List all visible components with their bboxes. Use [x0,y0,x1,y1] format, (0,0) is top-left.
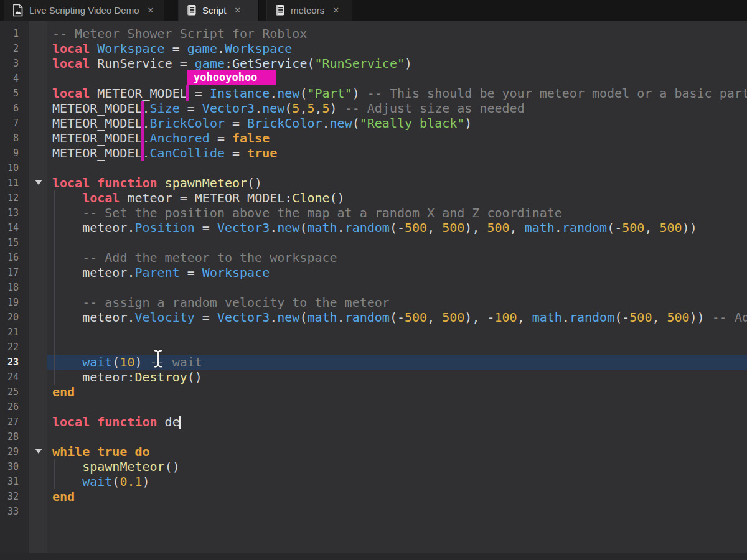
code-token: , [427,220,442,235]
code-line[interactable]: local METEOR_MODEL = Instance.new("Part"… [47,86,747,101]
code-token: meteor. [82,220,134,235]
code-line[interactable]: local meteor = METEOR_MODEL:Clone() [47,190,747,205]
fold-arrow-icon[interactable] [35,180,42,185]
code-line[interactable] [47,235,747,250]
code-token: random [345,220,390,235]
code-token: game [187,41,217,56]
code-token: ( [112,474,120,489]
line-number: 2 [0,41,19,56]
code-line[interactable]: local RunService = game:GetService("RunS… [47,56,747,71]
line-number: 16 [0,250,19,265]
indent [52,250,82,265]
code-line[interactable]: -- Add the meteor to the workspace [47,250,747,265]
code-line[interactable]: meteor.Velocity = Vector3.new(math.rando… [47,310,747,325]
line-number: 5 [0,86,19,101]
tab-script[interactable]: Script✕ [178,0,259,21]
code-token: = [195,220,217,235]
code-line[interactable]: local function spawnMeteor() [47,175,747,190]
code-token: . [337,310,345,325]
code-line[interactable]: meteor.Position = Vector3.new(math.rando… [47,220,747,235]
code-line[interactable] [47,504,747,519]
indent [52,459,82,474]
tab-meteors[interactable]: meteors✕ [266,0,352,21]
code-token: math [307,220,337,235]
code-token: wait [82,474,112,489]
code-line[interactable]: while true do [47,444,747,459]
code-line[interactable]: spawnMeteor() [47,459,747,474]
code-token: random [570,310,614,325]
code-token: Size [150,101,180,116]
code-token: new [277,220,299,235]
code-line[interactable] [47,399,747,414]
code-line[interactable]: local Workspace = game.Workspace [47,41,747,56]
close-tab-icon[interactable]: ✕ [147,6,154,14]
code-token: math [532,310,562,325]
code-line[interactable]: -- Meteor Shower Script for Roblox [47,26,747,41]
code-token: ( [352,116,360,131]
code-token: 500 [442,220,464,235]
code-token: Anchored [150,131,210,146]
code-token: local [52,56,90,71]
code-token: METEOR_MODEL. [52,101,150,116]
code-token: , [644,220,659,235]
code-line[interactable] [47,71,747,86]
code-token: -- Add the meteor to the workspace [82,250,337,265]
code-line[interactable]: METEOR_MODEL.BrickColor = BrickColor.new… [47,116,747,131]
code-token: ), - [464,310,494,325]
code-line[interactable]: meteor.Parent = Workspace [47,265,747,280]
code-token: ( [299,310,307,325]
code-line[interactable] [47,161,747,175]
code-token: ( [112,355,120,370]
code-token: = [180,101,202,116]
line-number: 31 [0,474,19,489]
code-line[interactable]: METEOR_MODEL.Anchored = false [47,131,747,146]
place-icon [12,4,24,17]
tab-label: meteors [291,5,324,16]
code-token: (- [607,220,622,235]
code-token: Clone [292,190,329,205]
indent [52,220,82,235]
code-token: . [270,310,277,325]
code-token: Vector3 [217,310,270,325]
horizontal-scrollbar[interactable] [0,553,747,560]
code-line[interactable] [47,429,747,444]
code-line[interactable]: METEOR_MODEL.CanCollide = true [47,146,747,161]
fold-margin [29,21,47,560]
code-token: 5 [292,101,299,116]
code-token: 0.1 [120,474,142,489]
code-token: , [299,101,307,116]
code-token: meteor. [82,310,134,325]
code-token [157,175,165,190]
code-token: ) [134,355,149,370]
line-number: 12 [0,190,19,205]
code-line[interactable]: local function de [47,414,747,429]
code-line[interactable] [47,325,747,340]
code-line[interactable]: wait(0.1) [47,474,747,489]
code-token: : [225,56,232,71]
tab-live-scripting-video-demo[interactable]: Live Scripting Video Demo✕ [4,0,164,21]
line-number: 3 [0,56,19,71]
text-caret [179,416,181,429]
code-token: RunService = [90,56,195,71]
code-line[interactable]: METEOR_MODEL.Size = Vector3.new(5,5,5) -… [47,101,747,116]
code-line[interactable]: meteor:Destroy() [47,370,747,385]
code-token: Workspace [225,41,292,56]
code-token: . [270,220,277,235]
code-line[interactable]: -- assign a random velocity to the meteo… [47,295,747,310]
code-line[interactable]: -- Set the position above the map at a r… [47,205,747,220]
fold-arrow-icon[interactable] [35,449,42,454]
code-token: "Really black" [360,116,465,131]
code-line[interactable]: end [47,489,747,504]
code-token: Vector3 [217,220,270,235]
code-token: random [345,310,390,325]
code-line[interactable] [47,280,747,295]
close-tab-icon[interactable]: ✕ [234,6,241,14]
code-token: local [82,190,120,205]
line-number: 25 [0,385,19,399]
code-token: ( [307,56,314,71]
code-token: "Part" [307,86,352,101]
line-number: 28 [0,429,19,444]
tab-label: Live Scripting Video Demo [29,5,139,16]
code-line[interactable]: end [47,385,747,399]
close-tab-icon[interactable]: ✕ [332,6,339,14]
